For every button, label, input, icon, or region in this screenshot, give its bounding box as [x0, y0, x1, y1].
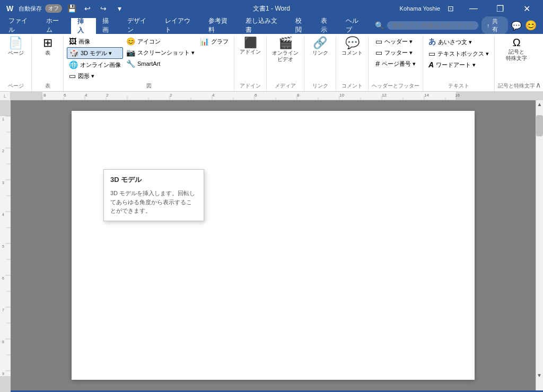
- group-illustrations: 🖼 画像 🎲 3D モデル ▾ 🌐 オンライン画像 ▭ 図形 ▾: [64, 36, 234, 91]
- share-btn[interactable]: ↑ 共有: [481, 16, 508, 34]
- share-label: 共有: [492, 18, 503, 33]
- svg-text:4: 4: [212, 93, 215, 98]
- qat-customize[interactable]: ▾: [113, 2, 126, 15]
- btn-wordart[interactable]: A ワードアート ▾: [426, 59, 491, 70]
- group-table-inner: ⊞ 表: [37, 36, 59, 81]
- btn-icon[interactable]: 😊 アイコン: [124, 36, 197, 47]
- restore-btn[interactable]: ⊡: [442, 0, 459, 17]
- qat-redo[interactable]: ↪: [97, 2, 110, 15]
- header-label: ヘッダー ▾: [384, 38, 413, 46]
- textbox-icon: ▭: [428, 49, 435, 58]
- illustrations-rows3: 📊 グラフ: [198, 36, 231, 47]
- btn-table[interactable]: ⊞ 表: [37, 36, 59, 57]
- ribbon: ファイル ホーム 挿入 描画 デザイン レイアウト 参考資料 差し込み文書 校閲…: [0, 17, 543, 92]
- greeting-icon: あ: [428, 37, 436, 47]
- tab-references[interactable]: 参考資料: [202, 17, 240, 34]
- group-headerfooter: ▭ ヘッダー ▾ ▭ フッター ▾ # ページ番号 ▾ ヘッダーとフッター: [369, 36, 423, 91]
- group-table-label: 表: [35, 81, 60, 91]
- tooltip-title: 3D モデル: [110, 175, 197, 185]
- group-links-inner: 🔗 リンク: [309, 36, 331, 81]
- group-text-inner: あ あいさつ文 ▾ ▭ テキストボックス ▾ A ワードアート ▾: [426, 36, 491, 81]
- group-addins: ⬛ アドイン アドイン: [234, 36, 267, 91]
- btn-smartart[interactable]: 🔧 SmartArt: [124, 58, 197, 69]
- ribbon-collapse-btn[interactable]: ∧: [536, 81, 541, 89]
- group-comments: 💬 コメント コメント: [336, 36, 369, 91]
- btn-online-image[interactable]: 🌐 オンライン画像: [67, 59, 123, 70]
- symbol-icon: Ω: [513, 37, 521, 48]
- tab-file[interactable]: ファイル: [2, 17, 40, 34]
- title-bar-left: W 自動保存 オフ 💾 ↩ ↪ ▾: [4, 2, 126, 15]
- share-icon: ↑: [487, 22, 490, 29]
- group-illustrations-inner: 🖼 画像 🎲 3D モデル ▾ 🌐 オンライン画像 ▭ 図形 ▾: [67, 36, 231, 81]
- svg-text:16: 16: [455, 93, 460, 98]
- group-links: 🔗 リンク リンク: [304, 36, 336, 91]
- btn-footer[interactable]: ▭ フッター ▾: [373, 47, 418, 58]
- group-links-label: リンク: [308, 81, 332, 91]
- btn-3dmodel[interactable]: 🎲 3D モデル ▾: [67, 47, 123, 59]
- group-media-inner: 🎬 オンラインビデオ: [270, 36, 301, 81]
- group-symbols-inner: Ω 記号と特殊文字: [504, 36, 529, 81]
- document-area[interactable]: [11, 100, 536, 390]
- qat-undo[interactable]: ↩: [81, 2, 94, 15]
- footer-label: フッター ▾: [384, 49, 413, 57]
- btn-comment[interactable]: 💬 コメント: [339, 36, 365, 57]
- svg-text:8: 8: [2, 340, 4, 344]
- btn-screenshot[interactable]: 📷 スクリーンショット ▾: [124, 47, 197, 58]
- wordart-label: ワードアート ▾: [436, 61, 476, 69]
- search-icon: 🔍: [375, 21, 384, 30]
- group-table: ⊞ 表 表: [32, 36, 64, 91]
- qat-save[interactable]: 💾: [65, 2, 78, 15]
- 3dmodel-icon: 🎲: [69, 49, 78, 57]
- ruler-container: L: [0, 92, 543, 100]
- btn-page[interactable]: 📄 ページ: [5, 36, 27, 57]
- page-icon: 📄: [8, 37, 23, 49]
- svg-text:2: 2: [2, 149, 4, 153]
- pagenum-icon: #: [375, 59, 380, 68]
- btn-header[interactable]: ▭ ヘッダー ▾: [373, 36, 418, 47]
- tab-design[interactable]: デザイン: [121, 17, 159, 34]
- btn-shape[interactable]: ▭ 図形 ▾: [67, 71, 123, 81]
- btn-online-video[interactable]: 🎬 オンラインビデオ: [270, 36, 301, 64]
- vertical-scrollbar[interactable]: ▲ ▼: [536, 100, 543, 390]
- svg-text:14: 14: [424, 93, 429, 98]
- minimize-btn[interactable]: —: [461, 0, 486, 17]
- comment-icon[interactable]: 💬: [511, 21, 522, 31]
- group-headerfooter-inner: ▭ ヘッダー ▾ ▭ フッター ▾ # ページ番号 ▾: [373, 36, 418, 81]
- btn-graph[interactable]: 📊 グラフ: [198, 36, 231, 47]
- svg-rect-2: [456, 92, 543, 100]
- btn-symbol[interactable]: Ω 記号と特殊文字: [504, 36, 529, 63]
- tab-review[interactable]: 校閲: [289, 17, 314, 34]
- tab-draw[interactable]: 描画: [96, 17, 121, 34]
- search-input[interactable]: [387, 21, 478, 30]
- autosave-toggle[interactable]: オフ: [45, 4, 62, 13]
- btn-link[interactable]: 🔗 リンク: [309, 36, 331, 57]
- btn-textbox[interactable]: ▭ テキストボックス ▾: [426, 48, 491, 59]
- scroll-thumb[interactable]: [536, 115, 543, 136]
- tab-layout[interactable]: レイアウト: [159, 17, 202, 34]
- svg-text:5: 5: [2, 245, 4, 248]
- smartart-icon: 🔧: [126, 59, 135, 68]
- btn-pagenum[interactable]: # ページ番号 ▾: [373, 58, 418, 69]
- tab-mailings[interactable]: 差し込み文書: [239, 17, 289, 34]
- addins-icon: ⬛: [244, 37, 257, 48]
- svg-text:2: 2: [106, 93, 109, 98]
- tab-view[interactable]: 表示: [314, 17, 339, 34]
- greeting-label: あいさつ文 ▾: [438, 38, 472, 46]
- close-btn[interactable]: ✕: [514, 0, 539, 17]
- pagenum-label: ページ番号 ▾: [382, 60, 416, 68]
- video-label: オンラインビデオ: [272, 50, 299, 63]
- btn-image[interactable]: 🖼 画像: [67, 36, 123, 47]
- tab-help[interactable]: ヘルプ: [339, 17, 371, 34]
- tab-insert[interactable]: 挿入: [71, 17, 96, 34]
- online-image-icon: 🌐: [69, 60, 78, 69]
- comment-btn-icon: 💬: [345, 37, 360, 49]
- group-pages-label: ページ: [3, 81, 28, 91]
- maximize-btn[interactable]: ❐: [488, 0, 512, 17]
- btn-addins[interactable]: ⬛ アドイン: [238, 36, 263, 56]
- ribbon-tabs: ファイル ホーム 挿入 描画 デザイン レイアウト 参考資料 差し込み文書 校閲…: [0, 17, 543, 34]
- tab-home[interactable]: ホーム: [40, 17, 71, 34]
- emoji-icon[interactable]: 😊: [525, 20, 537, 31]
- btn-greeting[interactable]: あ あいさつ文 ▾: [426, 36, 491, 48]
- document-page[interactable]: [72, 111, 475, 380]
- svg-text:4: 4: [2, 213, 4, 216]
